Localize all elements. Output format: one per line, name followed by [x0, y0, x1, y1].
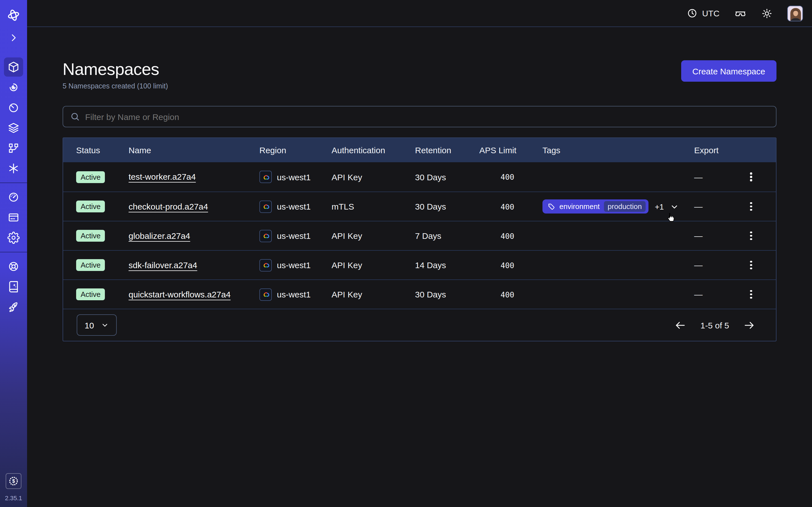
- namespace-link[interactable]: globalizer.a27a4: [129, 231, 190, 240]
- status-badge: Active: [76, 171, 105, 183]
- page-size-value: 10: [85, 320, 94, 330]
- google-cloud-icon: [259, 259, 272, 271]
- next-page-button[interactable]: [743, 319, 755, 331]
- row-actions-menu[interactable]: [746, 200, 757, 213]
- auth-label: API Key: [332, 231, 415, 240]
- google-cloud-icon: [259, 288, 272, 300]
- table-body: Active test-worker.a27a4 us-west1 API Ke…: [63, 162, 776, 309]
- row-actions-menu[interactable]: [746, 288, 757, 301]
- topbar: UTC: [27, 0, 812, 27]
- sidebar-expand-icon[interactable]: [4, 28, 23, 47]
- timezone-selector[interactable]: UTC: [687, 8, 719, 18]
- table-row: Active checkout-prod.a27a4 us-west1 mTLS…: [63, 191, 776, 221]
- retention-label: 14 Days: [415, 260, 479, 270]
- status-badge: Active: [76, 259, 105, 271]
- status-badge: Active: [76, 230, 105, 242]
- sidebar-item-support[interactable]: [4, 257, 23, 276]
- sidebar-item-settings[interactable]: [4, 228, 23, 247]
- retention-label: 30 Days: [415, 172, 479, 182]
- sidebar: $ 2.35.1: [0, 0, 27, 507]
- page-size-select[interactable]: 10: [77, 314, 116, 336]
- aps-label: 400: [500, 290, 543, 299]
- page-title: Namespaces: [63, 60, 168, 78]
- column-header-retention: Retention: [415, 145, 479, 155]
- export-label: —: [694, 260, 746, 270]
- svg-text:$: $: [12, 478, 15, 484]
- theme-toggle-button[interactable]: [761, 8, 772, 19]
- retention-label: 30 Days: [415, 290, 479, 299]
- tag-icon: [548, 203, 555, 210]
- sidebar-item-schedules[interactable]: [4, 98, 23, 117]
- namespace-link[interactable]: quickstart-workflows.a27a4: [129, 289, 231, 299]
- table-row: Active sdk-failover.a27a4 us-west1 API K…: [63, 250, 776, 279]
- timer-icon: [7, 101, 20, 114]
- sidebar-item-deployments[interactable]: [4, 138, 23, 158]
- column-header-export: Export: [694, 145, 746, 155]
- retention-label: 7 Days: [415, 231, 479, 240]
- export-label: —: [694, 231, 746, 240]
- app-root: $ 2.35.1 UTC: [0, 0, 812, 507]
- auth-label: API Key: [332, 172, 415, 182]
- sidebar-item-namespaces[interactable]: [4, 57, 23, 76]
- sidebar-item-nexus[interactable]: [4, 159, 23, 178]
- tag-pill[interactable]: environment production: [543, 200, 649, 214]
- sidebar-item-docs[interactable]: [4, 277, 23, 296]
- table-header-row: Status Name Region Authentication Retent…: [63, 138, 776, 162]
- clock-icon: [687, 8, 698, 18]
- filter-input[interactable]: [85, 112, 769, 121]
- region-label: us-west1: [277, 202, 311, 211]
- tags-cell: environment production +1: [543, 200, 694, 214]
- temporal-logo-icon: [4, 6, 23, 25]
- region-label: us-west1: [277, 290, 311, 299]
- cube-icon: [7, 61, 20, 73]
- labs-toggle-button[interactable]: [734, 7, 747, 19]
- page-subtitle: 5 Namespaces created (100 limit): [63, 82, 168, 90]
- row-actions-menu[interactable]: [746, 170, 757, 184]
- column-header-tags: Tags: [543, 145, 694, 155]
- aps-label: 400: [500, 261, 543, 270]
- sidebar-divider: [0, 252, 27, 252]
- arrow-left-icon: [674, 319, 686, 331]
- asterisk-icon: [7, 162, 20, 175]
- tags-expand-chevron-icon[interactable]: [670, 202, 679, 211]
- row-actions-menu[interactable]: [746, 258, 757, 272]
- app-version: 2.35.1: [5, 495, 22, 501]
- namespaces-table: Status Name Region Authentication Retent…: [63, 137, 776, 341]
- glasses-icon: [734, 7, 747, 19]
- auth-label: API Key: [332, 290, 415, 299]
- plan-button[interactable]: $: [6, 473, 21, 489]
- namespace-link[interactable]: sdk-failover.a27a4: [129, 260, 197, 270]
- table-row: Active test-worker.a27a4 us-west1 API Ke…: [63, 162, 776, 191]
- sidebar-item-getting-started[interactable]: [4, 297, 23, 317]
- sun-icon: [761, 8, 772, 19]
- main-content: Namespaces 5 Namespaces created (100 lim…: [27, 27, 812, 507]
- search-icon: [70, 112, 80, 122]
- retention-label: 30 Days: [415, 202, 479, 211]
- sidebar-item-billing[interactable]: [4, 208, 23, 227]
- namespace-link[interactable]: test-worker.a27a4: [129, 172, 196, 181]
- table-row: Active quickstart-workflows.a27a4 us-wes…: [63, 279, 776, 309]
- auth-label: mTLS: [332, 202, 415, 211]
- google-cloud-icon: [259, 200, 272, 213]
- tags-more: +1: [655, 202, 664, 211]
- table-row: Active globalizer.a27a4 us-west1 API Key…: [63, 221, 776, 250]
- column-header-name: Name: [129, 145, 259, 155]
- sidebar-item-workflows[interactable]: [4, 78, 23, 97]
- row-actions-menu[interactable]: [746, 229, 757, 242]
- gear-icon: [7, 231, 20, 244]
- aps-label: 400: [500, 172, 543, 181]
- namespace-link[interactable]: checkout-prod.a27a4: [129, 202, 208, 211]
- user-avatar[interactable]: [787, 5, 803, 21]
- previous-page-button[interactable]: [674, 319, 686, 331]
- rocket-icon: [7, 301, 20, 313]
- book-sparkle-icon: [7, 281, 20, 293]
- sidebar-item-usage[interactable]: [4, 187, 23, 207]
- aps-label: 400: [500, 231, 543, 240]
- column-header-status: Status: [76, 145, 129, 155]
- billing-card-icon: [7, 211, 20, 224]
- avatar-image: [788, 6, 803, 21]
- sidebar-item-task-queues[interactable]: [4, 118, 23, 137]
- layers-icon: [7, 122, 20, 134]
- create-namespace-button[interactable]: Create Namespace: [681, 60, 776, 82]
- gauge-icon: [7, 191, 20, 203]
